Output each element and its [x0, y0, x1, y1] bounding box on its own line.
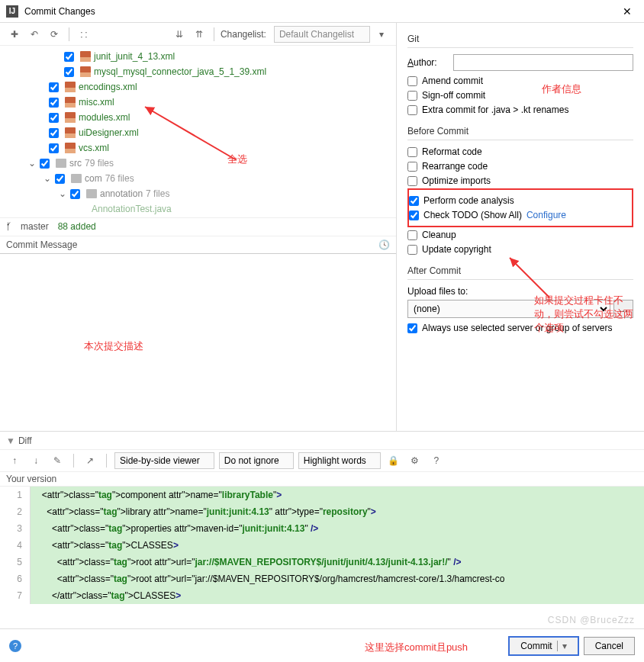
xml-icon: [80, 66, 91, 77]
tree-file[interactable]: encodings.xml: [0, 79, 396, 95]
copyright-checkbox[interactable]: [407, 245, 417, 255]
amend-checkbox[interactable]: [407, 76, 417, 86]
file-checkbox[interactable]: [49, 143, 59, 153]
extra-commit-checkbox[interactable]: [407, 105, 417, 115]
file-checkbox[interactable]: [64, 52, 74, 62]
edit-icon[interactable]: ✎: [49, 452, 66, 469]
changelist-label: Changelist:: [221, 29, 266, 40]
group-icon[interactable]: ⸬: [76, 26, 92, 43]
xml-icon: [65, 112, 76, 123]
help-icon[interactable]: ?: [428, 452, 445, 469]
folder-checkbox[interactable]: [55, 174, 65, 184]
after-commit-title: After Commit: [407, 265, 633, 280]
file-checkbox[interactable]: [64, 67, 74, 77]
tree-folder[interactable]: ⌄annotation7 files: [0, 186, 396, 201]
xml-icon: [65, 82, 76, 92]
tree-folder[interactable]: ⌄com76 files: [0, 171, 396, 186]
tree-file[interactable]: vcs.xml: [0, 140, 396, 156]
folder-icon: [56, 159, 66, 168]
chevron-down-icon[interactable]: ⌄: [43, 173, 52, 184]
tree-file[interactable]: AnnotationTest.java: [0, 201, 396, 217]
tree-file[interactable]: junit_junit_4_13.xml: [0, 49, 396, 64]
folder-checkbox[interactable]: [70, 189, 80, 199]
tree-file[interactable]: modules.xml: [0, 110, 396, 125]
app-icon: IJ: [6, 5, 18, 18]
upload-browse-button[interactable]: …: [613, 300, 633, 318]
changes-tree[interactable]: junit_junit_4_13.xml mysql_mysql_connect…: [0, 46, 396, 217]
xml-icon: [80, 51, 91, 62]
close-icon[interactable]: ✕: [617, 2, 638, 21]
cleanup-label: Cleanup: [422, 230, 456, 240]
expand-icon[interactable]: ⇊: [171, 26, 188, 43]
tree-folder[interactable]: ⌄src79 files: [0, 156, 396, 171]
optimize-label: Optimize imports: [422, 175, 491, 186]
changes-count: 88 added: [58, 221, 96, 232]
chevron-down-icon[interactable]: ▾: [373, 26, 390, 43]
folder-checkbox[interactable]: [40, 159, 50, 169]
lock-icon[interactable]: 🔒: [385, 452, 402, 469]
analysis-checkbox[interactable]: [409, 196, 419, 206]
tree-file[interactable]: misc.xml: [0, 95, 396, 110]
file-checkbox[interactable]: [49, 82, 59, 92]
cancel-button[interactable]: Cancel: [584, 637, 635, 655]
collapse-icon[interactable]: ⇈: [191, 26, 208, 43]
todo-checkbox[interactable]: [409, 210, 419, 220]
prev-diff-icon[interactable]: ↑: [6, 452, 23, 469]
before-commit-title: Before Commit: [407, 126, 633, 140]
viewer-select[interactable]: Side-by-side viewer: [114, 452, 214, 469]
chevron-down-icon[interactable]: ⌄: [58, 188, 67, 199]
revert-icon[interactable]: ↶: [26, 26, 43, 43]
add-icon[interactable]: ✚: [6, 26, 23, 43]
analysis-label: Perform code analysis: [423, 195, 514, 206]
file-checkbox[interactable]: [49, 113, 59, 123]
xml-icon: [65, 127, 76, 138]
optimize-checkbox[interactable]: [407, 176, 417, 186]
tree-file[interactable]: uiDesigner.xml: [0, 125, 396, 140]
commit-toolbar: ✚ ↶ ⟳ ⸬ ⇊ ⇈ Changelist: Default Changeli…: [0, 23, 396, 46]
cleanup-checkbox[interactable]: [407, 230, 417, 240]
always-server-checkbox[interactable]: [407, 323, 417, 333]
diff-label: Diff: [18, 435, 32, 446]
amend-label: Amend commit: [422, 76, 483, 86]
signoff-label: Sign-off commit: [422, 90, 485, 101]
external-icon[interactable]: ↗: [82, 452, 98, 469]
gear-icon[interactable]: ⚙: [407, 452, 423, 469]
your-version-label: Your version: [0, 472, 644, 487]
commit-button[interactable]: Commit▾: [508, 636, 578, 656]
todo-label: Check TODO (Show All): [423, 210, 522, 220]
git-section-title: Git: [407, 34, 633, 48]
chevron-down-icon[interactable]: ⌄: [27, 158, 37, 169]
xml-icon: [65, 143, 76, 153]
always-server-label: Always use selected server or group of s…: [422, 323, 612, 333]
file-checkbox[interactable]: [49, 128, 59, 138]
history-icon[interactable]: 🕓: [378, 239, 390, 250]
extra-commit-label: Extra commit for .java > .kt renames: [422, 104, 568, 115]
file-checkbox[interactable]: [49, 98, 59, 108]
highlight-select[interactable]: Highlight words: [298, 452, 381, 469]
upload-select[interactable]: (none): [407, 300, 610, 318]
collapse-diff-icon[interactable]: ▼: [6, 435, 15, 446]
watermark: CSDN @BruceZzz: [548, 615, 635, 625]
copyright-label: Update copyright: [422, 244, 491, 255]
upload-label: Upload files to:: [407, 286, 633, 297]
signoff-checkbox[interactable]: [407, 91, 417, 101]
commit-message-input[interactable]: [0, 254, 396, 432]
ignore-select[interactable]: Do not ignore: [219, 452, 294, 469]
branch-name[interactable]: master: [21, 221, 49, 232]
branch-icon: ᚶ: [6, 221, 11, 232]
configure-link[interactable]: Configure: [526, 210, 566, 220]
reformat-checkbox[interactable]: [407, 147, 417, 157]
tree-file[interactable]: mysql_mysql_connector_java_5_1_39.xml: [0, 64, 396, 79]
author-input[interactable]: [453, 54, 633, 71]
author-label: Author:: [407, 57, 453, 68]
commit-dropdown-icon[interactable]: ▾: [557, 641, 567, 651]
help-button[interactable]: ?: [9, 640, 21, 652]
refresh-icon[interactable]: ⟳: [46, 26, 63, 43]
commit-message-label: Commit Message: [6, 239, 77, 250]
rearrange-checkbox[interactable]: [407, 162, 417, 172]
window-title: Commit Changes: [24, 6, 617, 17]
next-diff-icon[interactable]: ↓: [27, 452, 44, 469]
diff-code[interactable]: 1 <attr">class="tag">component attr">nam…: [0, 487, 644, 604]
folder-icon: [86, 189, 97, 198]
changelist-select[interactable]: Default Changelist: [274, 26, 370, 43]
